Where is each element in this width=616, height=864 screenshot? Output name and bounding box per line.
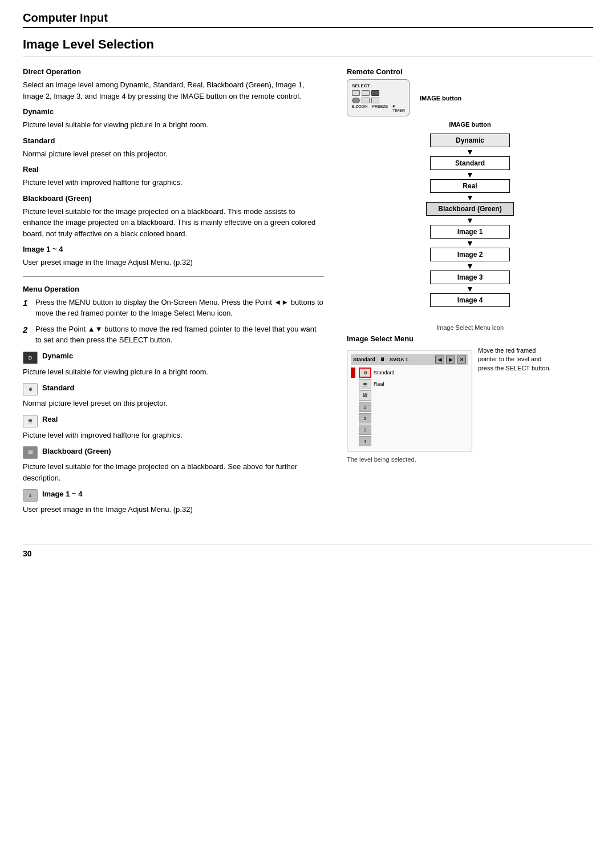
flow-standard: Standard <box>430 156 510 170</box>
divider1 <box>23 276 324 277</box>
remote-buttons-row <box>352 90 404 96</box>
menu-icon-image4: 4 <box>359 436 371 446</box>
flow-arrow-2: ▼ <box>466 171 474 179</box>
icon-dynamic-title: Dynamic <box>42 352 73 360</box>
flow-arrow-5: ▼ <box>466 239 474 247</box>
icon-blackboard-item: 🖼 Blackboard (Green) <box>23 446 324 459</box>
menu-row-real: 💻 Real <box>351 379 468 389</box>
remote-labels-row: B.ZOOM FREEZE P-TIMER <box>352 104 404 112</box>
menu-icon-blackboard: 🖼 <box>359 390 371 401</box>
icon-real-item: 💻 Real <box>23 415 324 427</box>
real-title: Real <box>23 165 324 173</box>
menu-row-image4: 4 <box>351 436 468 446</box>
flow-arrow-3: ▼ <box>466 193 474 201</box>
remote-btn-freeze <box>362 98 370 103</box>
flow-image4: Image 4 <box>430 293 510 307</box>
blackboard-text: Picture level suitable for the image pro… <box>23 206 324 240</box>
menu-icon-image3: 3 <box>359 425 371 435</box>
standard-icon: ⚙ <box>23 383 38 395</box>
spacer-pointer5 <box>351 425 355 435</box>
flow-arrow-7: ▼ <box>466 285 474 293</box>
menu-label-standard: Standard <box>374 370 395 376</box>
icon-real-text: Picture level with improved halftone for… <box>23 430 324 441</box>
image-select-menu-area: Standard 🖥 SVGA 1 ◀ ▶ ✕ ⚙ Standard <box>347 346 593 451</box>
remote-btn-autopc <box>352 90 360 96</box>
level-selected-text: The level being selected. <box>347 456 593 463</box>
flow-real: Real <box>430 179 510 193</box>
annotation-text: Move the red framed pointer to the level… <box>478 346 552 373</box>
step1-text: Press the MENU button to display the On-… <box>35 297 324 319</box>
icon-standard-title: Standard <box>42 383 74 392</box>
image14-text: User preset image in the Image Adjust Me… <box>23 257 324 268</box>
menu-icon-real: 💻 <box>359 379 371 389</box>
toolbar-icon-3: ✕ <box>457 356 466 364</box>
real-icon: 💻 <box>23 415 38 427</box>
image-select-menu-title: Image Select Menu <box>347 334 593 343</box>
icon-standard-item: ⚙ Standard <box>23 383 324 395</box>
spacer <box>347 313 593 324</box>
remote-control-title: Remote Control <box>347 67 593 76</box>
remote-btn-pc <box>362 90 370 96</box>
blackboard-icon: 🖼 <box>23 446 38 459</box>
dynamic-title: Dynamic <box>23 107 324 116</box>
image-button-label-container: IMAGE button <box>414 94 461 102</box>
remote-diagram-row: SELECT B.ZOOM FREEZE P-TIMER <box>347 79 593 116</box>
icon-blackboard-title: Blackboard (Green) <box>42 447 111 455</box>
freeze-label: FREEZE <box>372 104 388 112</box>
icon-real-title: Real <box>42 415 58 423</box>
flow-arrow-4: ▼ <box>466 216 474 224</box>
real-section: Real Picture level with improved halfton… <box>23 165 324 188</box>
remote-btn-ptimer <box>371 98 379 103</box>
menu-row-image3: 3 <box>351 425 468 435</box>
flow-image2: Image 2 <box>430 248 510 261</box>
step1-number: 1 <box>23 297 32 319</box>
image-select-menu-diagram: Standard 🖥 SVGA 1 ◀ ▶ ✕ ⚙ Standard <box>347 350 472 451</box>
toolbar-svga: SVGA 1 <box>390 357 408 362</box>
dynamic-text: Picture level suitable for viewing pictu… <box>23 119 324 131</box>
ptimer-label: P-TIMER <box>392 104 405 112</box>
icon-image14-item: 1 Image 1 ~ 4 <box>23 489 324 502</box>
standard-section: Standard Normal picture level preset on … <box>23 136 324 160</box>
icon-image14-text: User preset image in the Image Adjust Me… <box>23 504 324 515</box>
menu-row-standard: ⚙ Standard <box>351 368 468 378</box>
left-column: Direct Operation Select an image level a… <box>23 67 324 521</box>
spacer-pointer6 <box>351 436 355 446</box>
icon-dynamic-item: D Dynamic <box>23 352 324 364</box>
image14-section: Image 1 ~ 4 User preset image in the Ima… <box>23 245 324 268</box>
page-number: 30 <box>23 544 593 558</box>
toolbar-standard: Standard <box>353 357 375 362</box>
img-select-toolbar: Standard 🖥 SVGA 1 ◀ ▶ ✕ <box>351 354 468 365</box>
image-button-title2: IMAGE button <box>347 121 593 128</box>
blackboard-title: Blackboard (Green) <box>23 194 324 203</box>
right-column: Remote Control SELECT <box>341 67 593 521</box>
menu-label-real: Real <box>374 381 384 387</box>
icon-blackboard-section: 🖼 Blackboard (Green) Picture level suita… <box>23 446 324 483</box>
menu-row-image1: 1 <box>351 402 468 412</box>
menu-icon-image2: 2 <box>359 413 371 423</box>
spacer-pointer4 <box>351 413 355 423</box>
toolbar-icons: ◀ ▶ ✕ <box>435 356 466 364</box>
dynamic-icon: D <box>23 352 38 364</box>
step-1: 1 Press the MENU button to display the O… <box>23 297 324 319</box>
toolbar-icon-placeholder: 🖥 <box>380 357 385 362</box>
flow-diagram: Dynamic ▼ Standard ▼ Real ▼ Blackboard (… <box>347 134 593 307</box>
icon-dynamic-section: D Dynamic Picture level suitable for vie… <box>23 352 324 378</box>
red-pointer <box>351 368 355 378</box>
spacer-pointer1 <box>351 379 355 389</box>
direct-operation-section: Direct Operation Select an image level a… <box>23 67 324 102</box>
flow-arrow-1: ▼ <box>466 148 474 156</box>
step2-text: Press the Point ▲▼ buttons to move the r… <box>35 324 324 346</box>
menu-icon-image1: 1 <box>359 402 371 412</box>
direct-operation-text: Select an image level among Dynamic, Sta… <box>23 79 324 102</box>
image-button-label: IMAGE button <box>420 95 461 102</box>
remote-control-diagram: SELECT B.ZOOM FREEZE P-TIMER <box>347 79 410 116</box>
standard-title: Standard <box>23 136 324 145</box>
steps-list: 1 Press the MENU button to display the O… <box>23 297 324 346</box>
header-title: Computer Input <box>23 11 593 25</box>
content-area: Direct Operation Select an image level a… <box>23 67 593 521</box>
image14-icon: 1 <box>23 489 38 502</box>
icon-standard-section: ⚙ Standard Normal picture level preset o… <box>23 383 324 409</box>
icon-dynamic-text: Picture level suitable for viewing pictu… <box>23 366 324 378</box>
bzoom-label: B.ZOOM <box>352 104 368 112</box>
menu-icon-standard: ⚙ <box>359 368 371 378</box>
